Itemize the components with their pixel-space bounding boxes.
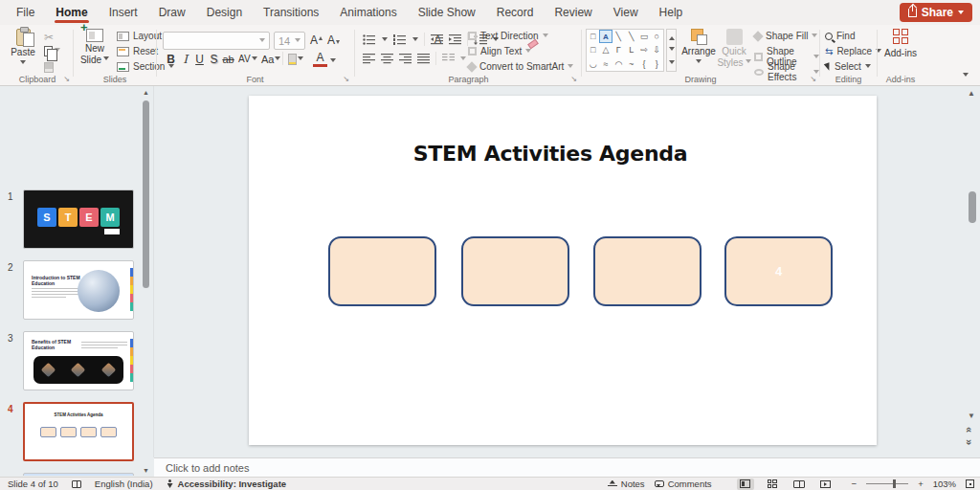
slide-thumbnail-2[interactable]: Introduction to STEM Education [23, 260, 134, 320]
grow-font-button[interactable]: A [309, 32, 323, 48]
character-spacing-button[interactable]: AV [238, 51, 257, 67]
menu-slide-show[interactable]: Slide Show [408, 0, 486, 25]
shape-gallery-item[interactable]: △ [599, 43, 612, 56]
menu-design[interactable]: Design [196, 0, 253, 25]
select-button[interactable]: Select [825, 61, 871, 72]
convert-smartart-button[interactable]: Convert to SmartArt [468, 61, 573, 72]
slide-thumbnail-1[interactable]: S T E M [23, 189, 134, 249]
shape-gallery-item[interactable]: ~ [625, 57, 637, 71]
agenda-shape-1[interactable] [328, 236, 436, 306]
next-slide-button[interactable]: » [964, 439, 975, 445]
panel-scroll-up-icon[interactable]: ▲ [143, 89, 149, 96]
zoom-out-button[interactable]: − [852, 479, 858, 489]
slide-title[interactable]: STEM Activities Agenda [249, 142, 852, 166]
editor-scroll-down-icon[interactable]: ▼ [968, 412, 975, 420]
clipboard-dialog-launcher-icon[interactable]: ↘ [63, 75, 70, 83]
chevron-down-icon[interactable] [412, 37, 418, 44]
agenda-shape-4[interactable]: 4 [724, 236, 833, 306]
slideshow-view-button[interactable] [817, 479, 835, 490]
font-name-combo[interactable] [163, 32, 270, 50]
shape-gallery-item[interactable]: □ [587, 43, 599, 56]
menu-record[interactable]: Record [486, 0, 545, 25]
quick-styles-button[interactable]: Quick Styles [717, 29, 751, 68]
shape-gallery-item[interactable]: ◡ [587, 57, 599, 71]
menu-file[interactable]: File [6, 0, 45, 25]
notes-pane[interactable]: Click to add notes [154, 457, 980, 477]
shape-gallery-item[interactable]: □ [587, 30, 599, 43]
panel-scrollbar-thumb[interactable] [143, 100, 149, 288]
arrange-button[interactable]: Arrange [681, 29, 716, 66]
shape-gallery-item[interactable]: L [625, 43, 637, 56]
replace-button[interactable]: ⇆ Replace [825, 46, 881, 56]
menu-home[interactable]: Home [45, 0, 98, 25]
slide-thumbnail-3[interactable]: Benefits of STEM Education [23, 331, 134, 390]
decrease-indent-icon[interactable] [431, 34, 443, 45]
shape-gallery-item[interactable]: ⇨ [637, 43, 650, 56]
shrink-font-button[interactable]: A [326, 32, 341, 48]
shape-gallery-item[interactable]: ○ [651, 30, 663, 43]
font-dialog-launcher-icon[interactable]: ↘ [343, 75, 349, 83]
menu-view[interactable]: View [603, 0, 649, 25]
cut-icon[interactable]: ✂ [44, 31, 54, 44]
reading-view-button[interactable] [791, 479, 808, 490]
editor-scrollbar-thumb[interactable] [969, 191, 976, 223]
normal-view-button[interactable] [737, 479, 754, 490]
change-case-button[interactable]: Aa [261, 51, 280, 67]
slide-thumbnail-5[interactable]: S Science Activity [23, 473, 134, 476]
strikethrough-button[interactable]: ab [221, 51, 235, 67]
menu-draw[interactable]: Draw [148, 0, 196, 25]
align-left-icon[interactable] [363, 54, 375, 64]
zoom-level[interactable]: 103% [933, 479, 956, 489]
chevron-down-icon[interactable] [382, 37, 388, 44]
zoom-slider-handle[interactable] [893, 479, 896, 488]
zoom-in-button[interactable]: + [918, 479, 924, 489]
slide-sorter-view-button[interactable] [764, 479, 781, 490]
spellcheck-icon[interactable] [72, 480, 81, 488]
shape-gallery-item[interactable]: { [637, 57, 650, 71]
shape-gallery-item[interactable]: } [651, 57, 663, 71]
shape-gallery-item[interactable]: ▭ [637, 30, 650, 43]
find-button[interactable]: Find [825, 31, 855, 41]
drawing-dialog-launcher-icon[interactable]: ↘ [810, 75, 816, 83]
columns-icon[interactable] [442, 54, 455, 64]
accessibility-status[interactable]: Accessibility: Investigate [167, 479, 287, 489]
collapse-ribbon-icon[interactable] [963, 73, 969, 79]
menu-animations[interactable]: Animations [329, 0, 407, 25]
underline-button[interactable]: U [192, 51, 207, 67]
bullets-icon[interactable] [363, 34, 376, 45]
addins-button[interactable]: Add-ins [883, 29, 918, 58]
previous-slide-button[interactable]: « [964, 427, 975, 433]
paste-button[interactable]: Paste [8, 29, 38, 67]
increase-indent-icon[interactable] [449, 34, 461, 45]
chevron-down-icon[interactable] [460, 56, 466, 63]
reset-button[interactable]: Reset [117, 46, 158, 56]
justify-icon[interactable] [417, 54, 430, 64]
notes-toggle[interactable]: Notes [608, 479, 645, 489]
chevron-down-icon[interactable] [330, 58, 336, 65]
shape-gallery-item-textbox[interactable]: A [599, 30, 612, 43]
shape-gallery-item[interactable]: ⇩ [651, 43, 663, 56]
shape-gallery-item[interactable]: ◠ [612, 57, 625, 71]
text-direction-button[interactable]: Text Direction [468, 31, 548, 41]
fit-to-window-icon[interactable] [966, 479, 974, 488]
align-center-icon[interactable] [381, 54, 393, 64]
highlight-button[interactable] [288, 51, 303, 67]
editor-scroll-up-icon[interactable]: ▲ [968, 89, 975, 98]
menu-review[interactable]: Review [544, 0, 602, 25]
share-button[interactable]: Share [900, 3, 972, 22]
shape-fill-button[interactable]: Shape Fill [754, 31, 817, 41]
font-color-button[interactable]: A [313, 51, 327, 67]
italic-button[interactable]: I [178, 51, 192, 67]
align-text-button[interactable]: Align Text [468, 46, 531, 56]
menu-help[interactable]: Help [649, 0, 694, 25]
shape-gallery-item[interactable]: Γ [612, 43, 625, 56]
align-right-icon[interactable] [399, 54, 412, 64]
shape-gallery-item[interactable]: ╲ [625, 30, 637, 43]
font-size-combo[interactable]: 14 [274, 32, 305, 50]
comments-toggle[interactable]: Comments [655, 479, 712, 489]
format-painter-icon[interactable] [44, 62, 54, 73]
bold-button[interactable]: B [164, 51, 178, 67]
zoom-slider[interactable] [866, 483, 908, 484]
panel-scroll-down-icon[interactable]: ▼ [143, 467, 149, 474]
shape-gallery-item[interactable]: ╲ [612, 30, 625, 43]
